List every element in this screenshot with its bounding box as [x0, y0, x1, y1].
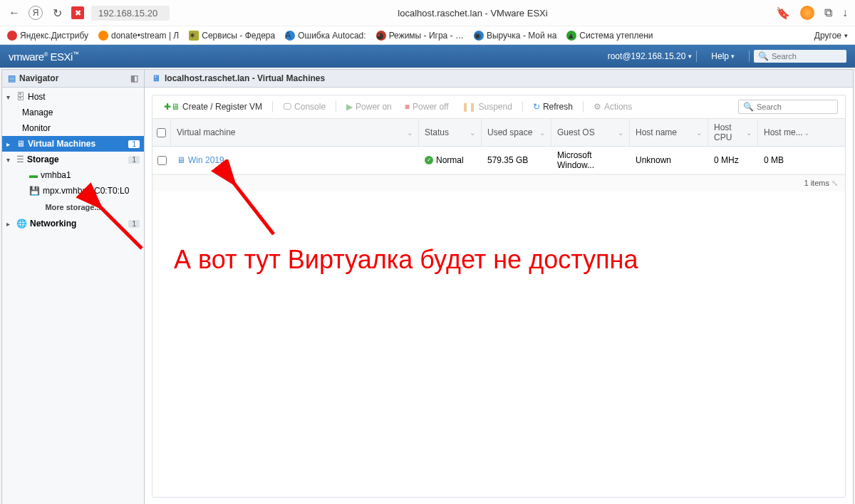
select-all-checkbox[interactable] [157, 128, 166, 137]
chevron-down-icon: ⌄ [746, 129, 752, 137]
console-button[interactable]: 🖵Console [279, 100, 330, 113]
col-vm[interactable]: Virtual machine⌄ [171, 119, 419, 146]
more-storage-link[interactable]: More storage... [2, 199, 144, 216]
profile-icon[interactable] [800, 6, 814, 20]
count-badge: 1 [128, 140, 140, 148]
chevron-down-icon: ⌄ [618, 129, 623, 137]
cell-used: 579.35 GB [482, 147, 551, 174]
vm-icon: 🖥 [177, 155, 185, 165]
vmware-logo: vmware® ESXi™ [9, 51, 78, 63]
bookmark-item[interactable]: AОшибка Autocad: [285, 31, 366, 41]
breadcrumb: 🖥 localhost.raschet.lan - Virtual Machin… [145, 70, 853, 88]
user-menu[interactable]: root@192.168.15.20 ▾ [608, 51, 693, 61]
actions-button[interactable]: ⚙Actions [589, 100, 636, 113]
col-hostname[interactable]: Host name⌄ [630, 119, 708, 146]
status-ok-icon: ✓ [425, 156, 433, 164]
grid-footer: 1 items ⤡ [152, 174, 845, 191]
collapse-toggle-icon[interactable]: ▾ [6, 156, 14, 164]
expand-toggle-icon[interactable]: ▸ [6, 220, 14, 228]
chevron-down-icon: ⌄ [696, 129, 702, 137]
vm-icon: 🖥 [16, 139, 25, 149]
nav-datastore-item[interactable]: 💾 mpx.vmhba1:C0:T0:L0 [2, 183, 144, 199]
col-used[interactable]: Used space⌄ [482, 119, 551, 146]
disk-icon: 💾 [29, 186, 40, 196]
adapter-icon: ▬ [29, 170, 38, 180]
resize-icon[interactable]: ⤡ [831, 179, 838, 187]
host-icon: 🗄 [16, 92, 25, 102]
bookmark-item[interactable]: ▲Система утеплени [566, 31, 653, 41]
cell-mem: 0 MB [758, 147, 815, 174]
nav-host[interactable]: ▾ 🗄 Host [2, 89, 144, 105]
downloads-icon[interactable]: ↓ [842, 6, 848, 19]
cell-hostname: Unknown [630, 147, 708, 174]
power-off-button[interactable]: ■Power off [400, 100, 453, 113]
extensions-icon[interactable]: ⧉ [824, 6, 832, 19]
suspend-button[interactable]: ❚❚Suspend [457, 100, 517, 113]
vm-grid: Virtual machine⌄ Status⌄ Used space⌄ Gue… [152, 119, 845, 191]
chevron-down-icon: ⌄ [804, 129, 809, 137]
esxi-header: vmware® ESXi™ root@192.168.15.20 ▾ Help … [0, 45, 855, 68]
vm-group-icon: 🖥 [152, 73, 160, 83]
col-status[interactable]: Status⌄ [419, 119, 482, 146]
nav-datastore-item[interactable]: ▬ vmhba1 [2, 167, 144, 183]
collapse-icon[interactable]: ◧ [130, 73, 138, 83]
refresh-icon: ↻ [533, 102, 540, 112]
bookmark-icon[interactable]: 🔖 [776, 6, 790, 20]
help-menu[interactable]: Help ▾ [711, 51, 735, 61]
cell-cpu: 0 MHz [708, 147, 758, 174]
bookmark-item[interactable]: ◉Выручка - Мой на [474, 31, 556, 41]
bookmark-item[interactable]: Яндекс.Дистрибу [7, 31, 88, 41]
bookmark-item[interactable]: ✶Сервисы - Федера [189, 31, 275, 41]
global-search[interactable]: 🔍 [754, 50, 846, 63]
grid-search-input[interactable] [757, 103, 833, 111]
col-guest[interactable]: Guest OS⌄ [551, 119, 630, 146]
navigator-header: ▤ Navigator ◧ [2, 70, 144, 88]
global-search-input[interactable] [772, 52, 842, 61]
other-bookmarks[interactable]: Другое ▾ [814, 31, 848, 41]
table-row[interactable]: 🖥Win 2019 ✓Normal 579.35 GB Microsoft Wi… [152, 147, 845, 174]
bookmarks-bar: Яндекс.Дистрибу donate•stream | Л ✶Серви… [0, 26, 855, 44]
nav-virtual-machines[interactable]: ▸ 🖥 Virtual Machines 1 [2, 136, 144, 152]
navigator-icon: ▤ [8, 73, 16, 83]
search-icon: 🔍 [743, 102, 754, 112]
main-content: 🖥 localhost.raschet.lan - Virtual Machin… [145, 70, 853, 504]
nav-networking[interactable]: ▸ 🌐 Networking 1 [2, 216, 144, 231]
annotation-text: А вот тут Виртуалка будет не доступна [174, 245, 638, 275]
console-icon: 🖵 [283, 102, 291, 112]
storage-icon: ☰ [16, 154, 24, 164]
stop-icon: ■ [405, 102, 410, 112]
refresh-button[interactable]: ↻Refresh [529, 100, 577, 113]
play-icon: ▶ [346, 102, 353, 112]
chevron-down-icon: ⌄ [539, 129, 545, 137]
count-badge: 1 [128, 220, 140, 228]
nav-manage[interactable]: Manage [2, 105, 144, 120]
page-title: localhost.raschet.lan - VMware ESXi [177, 8, 769, 19]
create-vm-button[interactable]: ✚🖥Create / Register VM [160, 100, 266, 113]
collapse-toggle-icon[interactable]: ▾ [6, 93, 14, 101]
grid-search[interactable]: 🔍 [738, 100, 838, 114]
nav-storage[interactable]: ▾ ☰ Storage 1 [2, 152, 144, 167]
expand-toggle-icon[interactable]: ▸ [6, 140, 14, 148]
navigator-panel: ▤ Navigator ◧ ▾ 🗄 Host Manage Monitor ▸ … [2, 70, 145, 504]
url-bar[interactable]: 192.168.15.20 [91, 6, 170, 21]
chevron-down-icon: ⌄ [407, 129, 413, 137]
bookmark-item[interactable]: donate•stream | Л [98, 31, 179, 41]
toolbar: ✚🖥Create / Register VM 🖵Console ▶Power o… [152, 95, 845, 119]
bookmark-item[interactable]: ◕Режимы - Игра - … [376, 31, 464, 41]
nav-monitor[interactable]: Monitor [2, 120, 144, 136]
col-mem[interactable]: Host me...⌄ [758, 119, 815, 146]
chevron-down-icon: ⌄ [470, 129, 475, 137]
vm-name-link[interactable]: Win 2019 [188, 155, 224, 165]
gear-icon: ⚙ [594, 102, 601, 112]
power-on-button[interactable]: ▶Power on [342, 100, 396, 113]
row-checkbox[interactable] [157, 156, 167, 165]
count-badge: 1 [128, 156, 140, 164]
col-cpu[interactable]: Host CPU⌄ [708, 119, 758, 146]
pause-icon: ❚❚ [462, 102, 476, 112]
back-button[interactable]: ← [7, 6, 21, 20]
reload-button[interactable]: ↻ [50, 6, 64, 20]
cell-guest: Microsoft Window... [551, 147, 630, 174]
shield-icon[interactable]: ✖ [71, 6, 84, 19]
yandex-icon[interactable]: Я [28, 6, 43, 20]
search-icon: 🔍 [758, 51, 769, 61]
